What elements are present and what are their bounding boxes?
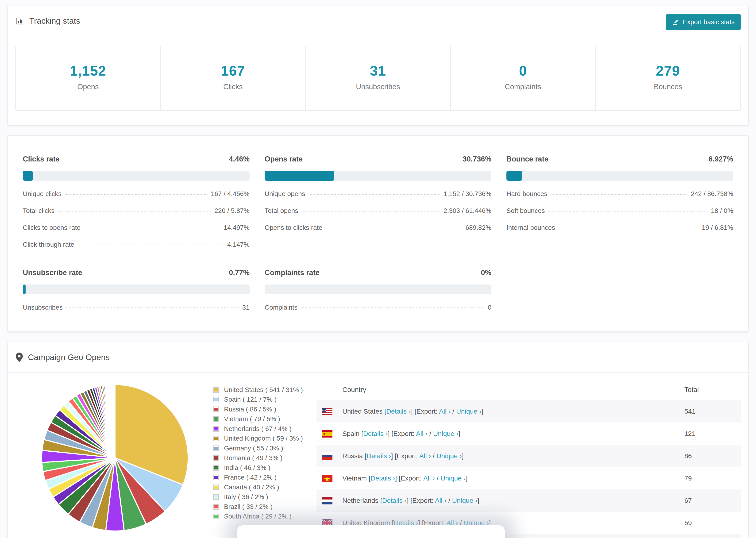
rate-rows: Unique opens1,152 / 30.736%Total opens2,… bbox=[265, 190, 491, 232]
legend-item-india: India ( 46 / 3% ) bbox=[213, 463, 303, 473]
legend-label: Brazil ( 33 / 2% ) bbox=[224, 503, 273, 511]
export-all-link-us[interactable]: All › bbox=[439, 407, 451, 415]
stat-value: 167 bbox=[161, 63, 305, 79]
rate-progress-fill bbox=[265, 171, 334, 181]
details-link-nl[interactable]: Details › bbox=[382, 497, 407, 504]
dotted-leader bbox=[326, 228, 462, 228]
rate-value: 0.77% bbox=[229, 269, 249, 277]
rate-panel-complaints-rate: Complaints rate0%Complaints0 bbox=[265, 255, 491, 311]
legend-swatch bbox=[213, 465, 219, 471]
geo-country-cell: United States [Details ›] [Export: All ›… bbox=[342, 400, 684, 422]
rate-row-value: 19 / 6.81% bbox=[702, 224, 733, 232]
rate-row: Opens to clicks rate689.82% bbox=[265, 224, 491, 232]
rate-progress-fill bbox=[23, 171, 33, 181]
rate-row: Soft bounces18 / 0% bbox=[507, 207, 733, 215]
rate-title: Opens rate bbox=[265, 155, 303, 163]
dotted-leader bbox=[308, 194, 440, 194]
geo-table: Country Total ★★★United States [Details … bbox=[316, 379, 741, 534]
dotted-leader bbox=[66, 307, 239, 308]
campaign-geo-opens-card: Campaign Geo Opens United States ( 541 /… bbox=[8, 342, 748, 538]
legend-label: United States ( 541 / 31% ) bbox=[224, 386, 303, 394]
legend-swatch bbox=[213, 387, 219, 393]
export-unique-link-nl[interactable]: Unique › bbox=[452, 497, 477, 504]
legend-swatch bbox=[213, 397, 219, 402]
rate-row: Unsubscribes31 bbox=[23, 304, 249, 311]
legend-item-spain: Spain ( 121 / 7% ) bbox=[213, 395, 303, 405]
details-link-es[interactable]: Details › bbox=[363, 430, 388, 437]
rate-panel-empty bbox=[507, 255, 733, 311]
legend-label: Germany ( 55 / 3% ) bbox=[224, 445, 283, 452]
stat-value: 31 bbox=[306, 63, 450, 79]
stat-cell-bounces: 279Bounces bbox=[596, 46, 740, 110]
stat-label: Opens bbox=[16, 82, 160, 91]
rate-row-label: Unique clicks bbox=[23, 190, 62, 198]
rate-row-value: 14.497% bbox=[224, 224, 249, 232]
geo-total-cell: 121 bbox=[684, 422, 741, 445]
stat-cell-clicks: 167Clicks bbox=[161, 46, 306, 110]
rate-row-value: 220 / 5.87% bbox=[215, 207, 249, 215]
rate-row: Unique clicks167 / 4.456% bbox=[23, 190, 249, 198]
export-basic-stats-button[interactable]: Export basic stats bbox=[666, 14, 741, 30]
svg-text:★★★: ★★★ bbox=[322, 409, 327, 411]
geo-flag-cell bbox=[316, 445, 342, 467]
rate-row: Hard bounces242 / 86.738% bbox=[507, 190, 733, 198]
rate-title: Bounce rate bbox=[507, 155, 549, 163]
details-link-us[interactable]: Details › bbox=[386, 407, 411, 415]
dotted-leader bbox=[58, 211, 211, 211]
geo-table-row-us: ★★★United States [Details ›] [Export: Al… bbox=[316, 400, 741, 422]
export-all-link-vn[interactable]: All › bbox=[423, 474, 435, 482]
rate-progress-fill bbox=[23, 285, 26, 295]
legend-swatch bbox=[213, 446, 219, 451]
rate-row-label: Click through rate bbox=[23, 241, 74, 248]
stat-label: Bounces bbox=[596, 82, 740, 91]
legend-item-united-states: United States ( 541 / 31% ) bbox=[213, 385, 303, 395]
export-all-link-nl[interactable]: All › bbox=[435, 497, 447, 504]
geo-table-wrap: Country Total ★★★United States [Details … bbox=[316, 379, 741, 538]
geo-flag-cell bbox=[316, 422, 342, 445]
details-link-vn[interactable]: Details › bbox=[370, 474, 395, 482]
stat-cell-unsubscribes: 31Unsubscribes bbox=[306, 46, 451, 110]
legend-label: United Kingdom ( 59 / 3% ) bbox=[224, 435, 303, 442]
country-name: Vietnam bbox=[342, 474, 369, 482]
dotted-leader bbox=[78, 244, 224, 245]
rate-row-value: 0 bbox=[488, 304, 491, 311]
export-unique-link-vn[interactable]: Unique › bbox=[441, 474, 466, 482]
rate-title: Unsubscribe rate bbox=[23, 269, 82, 277]
legend-item-netherlands: Netherlands ( 67 / 4% ) bbox=[213, 424, 303, 434]
country-name: Spain bbox=[342, 430, 361, 437]
rate-row-label: Opens to clicks rate bbox=[265, 224, 322, 232]
rate-row-value: 689.82% bbox=[465, 224, 491, 232]
rates-row-2: Unsubscribe rate0.77%Unsubscribes31Compl… bbox=[23, 255, 733, 311]
legend-swatch bbox=[213, 494, 219, 500]
legend-label: South Africa ( 29 / 2% ) bbox=[224, 512, 292, 520]
details-link-ru[interactable]: Details › bbox=[366, 452, 391, 459]
rate-row-value: 167 / 4.456% bbox=[211, 190, 249, 198]
tracking-stats-card: Tracking stats Export basic stats 1,152O… bbox=[8, 6, 748, 125]
export-all-link-es[interactable]: All › bbox=[416, 430, 428, 437]
rate-row: Click through rate4.147% bbox=[23, 241, 249, 248]
rate-progress-bar bbox=[265, 285, 491, 295]
export-unique-link-us[interactable]: Unique › bbox=[456, 407, 482, 415]
geo-total-cell: 86 bbox=[684, 445, 741, 467]
flag-us-icon: ★★★ bbox=[322, 408, 333, 415]
rate-rows: Unique clicks167 / 4.456%Total clicks220… bbox=[23, 190, 249, 248]
rate-row: Clicks to opens rate14.497% bbox=[23, 224, 249, 232]
legend-swatch bbox=[213, 484, 219, 490]
rate-progress-bar bbox=[23, 285, 249, 295]
rate-head: Opens rate30.736% bbox=[265, 155, 491, 163]
stat-label: Clicks bbox=[161, 82, 305, 91]
legend-item-canada: Canada ( 40 / 2% ) bbox=[213, 482, 303, 492]
geo-col-flag bbox=[316, 379, 342, 400]
export-unique-link-ru[interactable]: Unique › bbox=[436, 452, 462, 459]
geo-flag-cell bbox=[316, 467, 342, 489]
bar-chart-icon bbox=[16, 17, 24, 25]
legend-swatch bbox=[213, 455, 219, 461]
rate-row-label: Internal bounces bbox=[507, 224, 555, 232]
stat-cell-complaints: 0Complaints bbox=[451, 46, 596, 110]
legend-swatch bbox=[213, 416, 219, 422]
export-unique-link-es[interactable]: Unique › bbox=[433, 430, 459, 437]
legend-label: Netherlands ( 67 / 4% ) bbox=[224, 425, 292, 433]
export-all-link-ru[interactable]: All › bbox=[419, 452, 431, 459]
geo-pie-legend: United States ( 541 / 31% )Spain ( 121 /… bbox=[213, 385, 303, 538]
rate-row-label: Total clicks bbox=[23, 207, 54, 215]
